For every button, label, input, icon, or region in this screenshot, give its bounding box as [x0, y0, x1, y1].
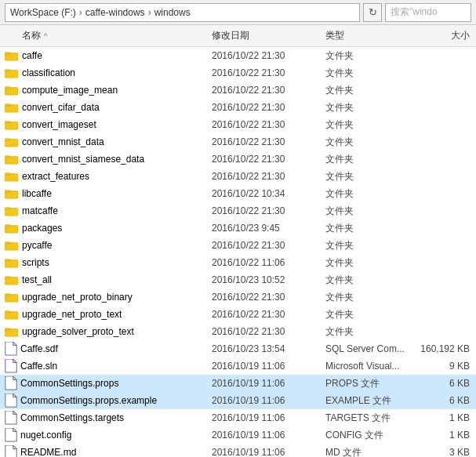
- file-row[interactable]: classification 2016/10/22 21:30 文件夹: [0, 64, 476, 82]
- filename: test_all: [22, 274, 52, 285]
- filename: convert_cifar_data: [22, 102, 100, 113]
- folder-icon: [5, 257, 19, 268]
- cell-name: extract_features: [0, 171, 212, 182]
- cell-type: 文件夹: [325, 136, 420, 149]
- sort-arrow: ^: [44, 32, 47, 40]
- svg-marker-37: [13, 359, 17, 363]
- file-icon: [5, 428, 17, 442]
- file-row[interactable]: upgrade_net_proto_text 2016/10/22 21:30 …: [0, 306, 476, 323]
- svg-rect-17: [5, 190, 10, 193]
- cell-type: 文件夹: [325, 256, 420, 270]
- cell-size: 1 KB: [420, 412, 476, 423]
- cell-date: 2016/10/22 21:30: [212, 292, 325, 303]
- file-row[interactable]: CommonSettings.props.example 2016/10/19 …: [0, 392, 476, 409]
- cell-size: 3 KB: [420, 447, 476, 457]
- cell-type: 文件夹: [325, 274, 420, 287]
- col-header-name[interactable]: 名称 ^: [0, 29, 212, 42]
- cell-type: 文件夹: [325, 118, 420, 132]
- filename: CommonSettings.props.example: [20, 395, 157, 406]
- cell-date: 2016/10/22 21:30: [212, 85, 325, 96]
- cell-type: TARGETS 文件: [325, 412, 420, 425]
- filename: upgrade_solver_proto_text: [22, 326, 134, 337]
- svg-rect-15: [5, 173, 10, 176]
- col-header-type[interactable]: 类型: [325, 29, 420, 42]
- filename: convert_imageset: [22, 119, 96, 130]
- filename: libcaffe: [22, 188, 52, 199]
- file-row[interactable]: extract_features 2016/10/22 21:30 文件夹: [0, 168, 476, 185]
- filename: convert_mnist_siamese_data: [22, 154, 144, 165]
- file-row[interactable]: convert_cifar_data 2016/10/22 21:30 文件夹: [0, 99, 476, 116]
- filename: compute_image_mean: [22, 85, 118, 96]
- cell-date: 2016/10/22 11:06: [212, 257, 325, 268]
- cell-type: 文件夹: [325, 84, 420, 97]
- cell-date: 2016/10/22 21:30: [212, 67, 325, 78]
- svg-marker-45: [13, 428, 17, 432]
- cell-date: 2016/10/23 9:45: [212, 223, 325, 234]
- cell-name: caffe: [0, 50, 212, 61]
- cell-name: test_all: [0, 274, 212, 285]
- file-row[interactable]: scripts 2016/10/22 11:06 文件夹: [0, 254, 476, 271]
- cell-type: PROPS 文件: [325, 377, 420, 390]
- cell-date: 2016/10/22 21:30: [212, 326, 325, 337]
- col-header-date[interactable]: 修改日期: [212, 29, 325, 42]
- svg-rect-21: [5, 225, 10, 227]
- cell-type: 文件夹: [325, 170, 420, 183]
- file-row[interactable]: convert_imageset 2016/10/22 21:30 文件夹: [0, 116, 476, 133]
- cell-type: MD 文件: [325, 446, 420, 458]
- file-row[interactable]: matcaffe 2016/10/22 21:30 文件夹: [0, 202, 476, 219]
- svg-rect-25: [5, 259, 10, 262]
- folder-icon: [5, 240, 19, 251]
- file-row[interactable]: Caffe.sln 2016/10/19 11:06 Microsoft Vis…: [0, 357, 476, 375]
- svg-rect-29: [5, 294, 10, 296]
- cell-type: 文件夹: [325, 49, 420, 63]
- cell-type: 文件夹: [325, 67, 420, 80]
- file-row[interactable]: README.md 2016/10/19 11:06 MD 文件 3 KB: [0, 444, 476, 457]
- file-icon: [5, 376, 17, 390]
- cell-name: Caffe.sdf: [0, 342, 212, 356]
- file-row[interactable]: nuget.config 2016/10/19 11:06 CONFIG 文件 …: [0, 426, 476, 444]
- file-row[interactable]: CommonSettings.targets 2016/10/19 11:06 …: [0, 409, 476, 426]
- svg-rect-1: [5, 53, 10, 55]
- file-row[interactable]: convert_mnist_siamese_data 2016/10/22 21…: [0, 151, 476, 168]
- file-row[interactable]: compute_image_mean 2016/10/22 21:30 文件夹: [0, 82, 476, 99]
- cell-name: classification: [0, 67, 212, 78]
- cell-type: 文件夹: [325, 308, 420, 321]
- cell-date: 2016/10/22 21:30: [212, 102, 325, 113]
- cell-type: SQL Server Com...: [325, 343, 420, 354]
- filename: Caffe.sdf: [20, 343, 58, 354]
- col-header-size[interactable]: 大小: [420, 29, 476, 42]
- file-row[interactable]: Caffe.sdf 2016/10/23 13:54 SQL Server Co…: [0, 340, 476, 357]
- search-box[interactable]: 搜索"windo: [385, 3, 471, 22]
- cell-size: 6 KB: [420, 378, 476, 389]
- filename: nuget.config: [20, 430, 71, 441]
- file-row[interactable]: test_all 2016/10/23 10:52 文件夹: [0, 271, 476, 288]
- folder-icon: [5, 119, 19, 130]
- cell-date: 2016/10/22 21:30: [212, 136, 325, 147]
- folder-icon: [5, 205, 19, 216]
- cell-date: 2016/10/19 11:06: [212, 412, 325, 423]
- cell-date: 2016/10/22 21:30: [212, 50, 325, 61]
- filename: packages: [22, 223, 62, 234]
- svg-marker-35: [13, 342, 17, 346]
- cell-type: CONFIG 文件: [325, 429, 420, 442]
- file-row[interactable]: upgrade_net_proto_binary 2016/10/22 21:3…: [0, 288, 476, 306]
- file-icon: [5, 411, 17, 425]
- file-row[interactable]: packages 2016/10/23 9:45 文件夹: [0, 219, 476, 237]
- svg-rect-19: [5, 208, 10, 210]
- file-row[interactable]: caffe 2016/10/22 21:30 文件夹: [0, 47, 476, 64]
- refresh-button[interactable]: ↻: [363, 3, 382, 22]
- cell-type: 文件夹: [325, 153, 420, 166]
- cell-type: 文件夹: [325, 325, 420, 339]
- svg-marker-39: [13, 376, 17, 380]
- file-row[interactable]: convert_mnist_data 2016/10/22 21:30 文件夹: [0, 133, 476, 151]
- svg-rect-7: [5, 104, 10, 107]
- file-row[interactable]: libcaffe 2016/10/22 10:34 文件夹: [0, 185, 476, 202]
- path-caffe-windows: caffe-windows: [85, 7, 145, 18]
- file-row[interactable]: pycaffe 2016/10/22 21:30 文件夹: [0, 237, 476, 254]
- cell-date: 2016/10/19 11:06: [212, 361, 325, 372]
- file-row[interactable]: upgrade_solver_proto_text 2016/10/22 21:…: [0, 323, 476, 340]
- file-row[interactable]: CommonSettings.props 2016/10/19 11:06 PR…: [0, 375, 476, 392]
- path-breadcrumb[interactable]: WorkSpace (F:) › caffe-windows › windows: [5, 3, 360, 22]
- cell-type: 文件夹: [325, 239, 420, 252]
- svg-rect-23: [5, 242, 10, 245]
